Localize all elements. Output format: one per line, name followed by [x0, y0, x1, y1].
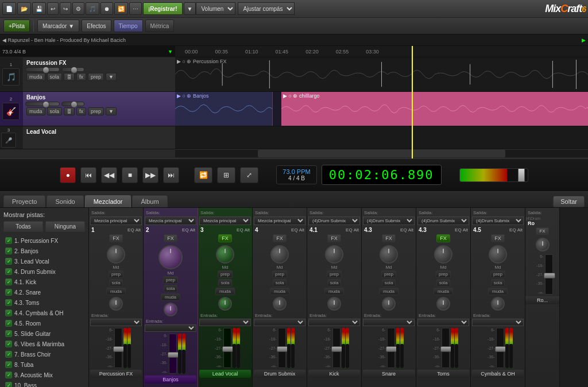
list-item-1[interactable]: ✓ 1. Percussion FX [3, 235, 85, 246]
add-track-btn[interactable]: +Pista [3, 20, 30, 32]
ch43-pan-knob[interactable] [436, 297, 450, 311]
ch1-output-select[interactable]: Mezcla principal [90, 216, 142, 225]
ch2-input-select[interactable] [145, 324, 196, 332]
zoom-btn[interactable]: ⤢ [240, 167, 258, 183]
tiempo-btn[interactable]: Tiempo [114, 20, 143, 32]
ch3-sola-btn[interactable]: sola [218, 279, 233, 287]
list-item-8[interactable]: ✓ 8. Tuba [3, 359, 85, 370]
list-item-7[interactable]: ✓ 7. Brass Choir [3, 349, 85, 359]
track-2-mute[interactable]: muda [26, 107, 45, 115]
marker-btn[interactable]: Marcador ▼ [37, 20, 79, 32]
track-2-eq[interactable]: 🎛 [64, 107, 75, 115]
ch1-prep-btn[interactable]: prep [109, 270, 123, 278]
register-btn[interactable]: ¡Registrar! [143, 2, 183, 15]
ch1-fader-track[interactable] [114, 328, 122, 368]
ch41-sola-btn[interactable]: sola [327, 279, 342, 287]
ch41-fx-btn[interactable]: FX [327, 234, 341, 242]
ch2-sola-btn[interactable]: sola [164, 285, 178, 292]
loop-btn[interactable]: 🔁 [114, 2, 128, 15]
tab-album[interactable]: Álbum [132, 195, 167, 207]
soltar-btn[interactable]: Soltar [553, 196, 585, 207]
track-1-prep[interactable]: prep [88, 73, 104, 81]
redo-btn[interactable]: ↪ [60, 2, 71, 15]
list-item-4[interactable]: ✓ 4. Drum Submix [3, 266, 85, 277]
ch3-pan-knob[interactable] [218, 297, 232, 311]
track-2-prep[interactable]: prep [88, 107, 104, 115]
ch41-knob[interactable] [325, 245, 343, 264]
ch3-fader-thumb[interactable] [222, 346, 234, 352]
ch2-knob[interactable] [158, 245, 183, 269]
ch2-muda-btn[interactable]: muda [161, 293, 180, 301]
track-1-volume-slider[interactable] [25, 67, 60, 72]
ch43-fx-btn[interactable]: FX [436, 234, 450, 242]
ch43-fader-track[interactable] [442, 328, 450, 368]
ch41-pan-knob[interactable] [327, 297, 341, 311]
ch44-muda-btn[interactable]: muda [488, 288, 508, 295]
register-arrow-btn[interactable]: ▼ [184, 2, 196, 15]
track-2-volume-slider[interactable] [25, 102, 60, 106]
ch4-muda-btn[interactable]: muda [270, 288, 289, 295]
play-btn[interactable]: ▶▶ [142, 167, 158, 183]
chro-knob[interactable] [536, 238, 550, 251]
settings-btn[interactable]: ⚙ [72, 2, 84, 15]
ch43-muda-btn[interactable]: muda [434, 288, 453, 295]
adjust-select[interactable]: Ajustar compás [238, 2, 295, 15]
ch43-fader-thumb[interactable] [440, 346, 452, 352]
ch1-fx-btn[interactable]: FX [109, 234, 123, 242]
ch42-input-select[interactable] [363, 319, 415, 326]
ch42-fader-thumb[interactable] [386, 346, 397, 352]
ch1-input-select[interactable] [90, 319, 142, 326]
ch44-fader-track[interactable] [496, 328, 504, 368]
ch4-fader-thumb[interactable] [277, 346, 288, 352]
ch41-input-select[interactable] [308, 319, 360, 326]
ch42-prep-btn[interactable]: prep [381, 270, 396, 278]
track-1-solo[interactable]: sola [47, 73, 63, 81]
list-item-4-5[interactable]: ✓ 4.5. Room [3, 318, 85, 328]
undo-btn[interactable]: ↩ [47, 2, 59, 15]
ch3-knob[interactable] [216, 245, 234, 264]
list-item-4-2[interactable]: ✓ 4.2. Snare [3, 287, 85, 297]
ch3-input-select[interactable] [199, 319, 251, 326]
list-item-6[interactable]: ✓ 6. Vibes & Marimba [3, 339, 85, 349]
ch42-muda-btn[interactable]: muda [379, 288, 399, 295]
track-1-pan-slider[interactable] [61, 67, 84, 72]
ch43-input-select[interactable] [417, 319, 469, 326]
ch4-fx-btn[interactable]: FX [273, 234, 287, 242]
ch42-pan-knob[interactable] [382, 297, 396, 311]
ch43-output-select[interactable]: (4)Drum Submix [417, 216, 469, 225]
ch4-sola-btn[interactable]: sola [273, 279, 287, 287]
snap-btn[interactable]: ⊞ [217, 167, 235, 183]
list-item-9[interactable]: ✓ 9. Acoustic Mix [3, 370, 85, 380]
timeline-scrollbar[interactable] [175, 149, 588, 157]
ch44-output-select[interactable]: (4)Drum Submix [472, 216, 524, 225]
list-item-2[interactable]: ✓ 2. Banjos [3, 246, 85, 256]
ch4-prep-btn[interactable]: prep [272, 270, 287, 278]
track-1-fx[interactable]: fx [76, 73, 86, 81]
metrica-btn[interactable]: Métrica [145, 20, 175, 32]
ch44-sola-btn[interactable]: sola [491, 279, 505, 287]
ch44-fader-thumb[interactable] [495, 346, 506, 352]
rewind-btn[interactable]: ⏮ [80, 167, 96, 183]
track-2-pan-slider[interactable] [61, 102, 84, 106]
ch3-prep-btn[interactable]: prep [218, 270, 233, 278]
ch43-sola-btn[interactable]: sola [436, 279, 451, 287]
ch1-fader-thumb[interactable] [113, 346, 125, 352]
new-btn[interactable]: 📄 [2, 2, 16, 15]
level-thumb[interactable] [518, 168, 525, 182]
record-icon-btn[interactable]: ⏺ [100, 2, 113, 15]
ch3-output-select[interactable]: Mezcla principal [199, 216, 251, 225]
ch2-fx-btn[interactable]: FX [164, 234, 177, 242]
ch42-fx-btn[interactable]: FX [382, 234, 396, 242]
metronome-btn[interactable]: 🎵 [86, 2, 99, 15]
ch2-fader-track[interactable] [169, 334, 177, 374]
track-1-arrow[interactable]: ▼ [106, 73, 117, 81]
ch44-prep-btn[interactable]: prep [490, 270, 505, 278]
ch4-output-select[interactable]: Mezcla principal [254, 216, 305, 225]
ch44-fx-btn[interactable]: FX [491, 234, 505, 242]
track-1-eq[interactable]: 🎛 [64, 73, 75, 81]
track-2-solo[interactable]: sola [47, 107, 63, 115]
ch42-knob[interactable] [380, 245, 398, 264]
list-item-4-4[interactable]: ✓ 4.4. Cymbals & OH [3, 308, 85, 318]
chro-fader-track[interactable] [545, 254, 553, 295]
ch3-fader-track[interactable] [223, 328, 231, 368]
